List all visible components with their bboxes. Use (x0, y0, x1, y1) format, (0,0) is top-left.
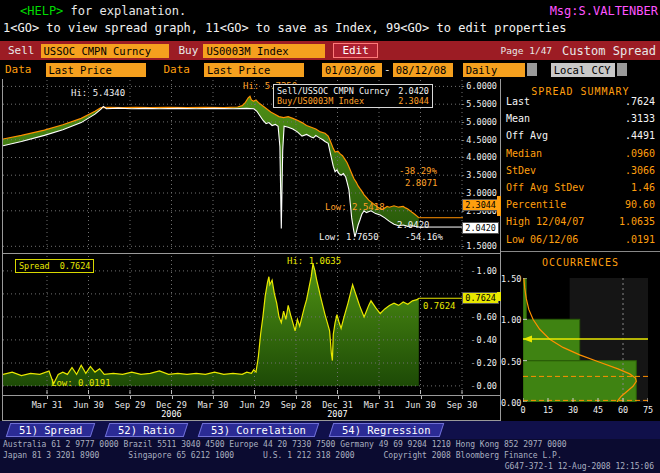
footer: Australia 61 2 9777 0000 Brazil 5511 304… (0, 439, 660, 473)
y-tick-label: 4.5000 (460, 135, 497, 145)
summary-row: Percentile90.60 (506, 196, 655, 213)
date-separator: - (384, 63, 391, 76)
currency-dropdown-button[interactable] (617, 63, 627, 76)
occurrences-y-tick-label: 1.00 (501, 315, 521, 325)
tab-regression[interactable]: 54) Regression (329, 423, 444, 437)
tab-label: 53) Correlation (211, 424, 306, 436)
spread-low-label: Low: 0.0191 (51, 378, 111, 388)
y-tick-label: 3.5000 (460, 170, 497, 180)
chart-separator-line (2, 253, 500, 254)
bloomberg-terminal: <HELP> for explanation.Msg:S.VALTENBER 1… (0, 0, 660, 473)
year-label: 2007 (316, 409, 360, 419)
x-tick (47, 396, 48, 399)
y-tick-label: 1.5000 (460, 241, 497, 251)
x-tick (89, 396, 90, 399)
tab-correlation[interactable]: 53) Correlation (198, 423, 319, 437)
security-toolbar: Sell USSOC CMPN Curncy Buy US0003M Index… (0, 41, 660, 60)
data-field-1[interactable]: Last Price (46, 63, 146, 77)
summary-row-value: 1.0635 (619, 213, 655, 230)
tab-label: 52) Ratio (118, 424, 175, 436)
x-tick-label: Jun 30 (67, 400, 111, 410)
buy-low-label: Low: 2.5418 (325, 202, 385, 212)
buy-change-percent-label: -38.29% (399, 166, 437, 176)
occurrences-chart[interactable] (523, 278, 648, 402)
header-line-1: <HELP> for explanation.Msg:S.VALTENBER (0, 4, 660, 18)
summary-row-label: Mean (506, 110, 530, 127)
x-tick-label: Jun 30 (399, 400, 443, 410)
data-label-1: Data (5, 63, 32, 76)
help-hint[interactable]: <HELP> (20, 4, 63, 18)
y-tick-label: 3.0000 (460, 188, 497, 198)
data-field-2[interactable]: Last Price (204, 63, 304, 77)
footer-line-2: Japan 81 3 3201 8900 Singapore 65 6212 1… (0, 450, 660, 461)
spread-last-label: 0.7624 (423, 301, 456, 311)
last-value-badge: 2.0420 (462, 222, 499, 234)
summary-row-value: 90.60 (625, 196, 655, 213)
chart-area: Hi: 5.4340 Hi: 5.7250 Sell/USSOC CMPN Cu… (0, 79, 660, 420)
help-hint-rest: for explanation. (63, 4, 186, 18)
occurrences-x-tick-label: 30 (565, 405, 581, 415)
summary-row-label: Off Avg StDev (506, 179, 584, 196)
last-value-badge: 2.3044 (462, 199, 499, 211)
sell-low-label: Low: 1.7650 (319, 232, 379, 242)
summary-row-value: .3066 (625, 162, 655, 179)
x-tick (338, 396, 339, 399)
sell-label: Sell (8, 44, 35, 57)
tab-ratio[interactable]: 52) Ratio (105, 423, 188, 437)
sell-change-percent-label: -54.16% (405, 232, 443, 242)
summary-row: Low 06/12/06.0191 (506, 231, 655, 248)
date-from-field[interactable]: 01/03/06 (322, 63, 382, 77)
tab-spread[interactable]: 51) Spread (6, 423, 96, 437)
sell-security-field[interactable]: USSOC CMPN Curncy (41, 44, 169, 58)
spread-last-badge: 0.7624 (462, 292, 499, 304)
year-label: 2006 (150, 409, 194, 419)
y-tick-label: 0.40 (470, 335, 497, 345)
x-tick (296, 396, 297, 399)
summary-row-label: Low 06/12/06 (506, 231, 578, 248)
occurrences-x-tick-label: 0 (515, 405, 531, 415)
x-tick-label: Sep 28 (274, 400, 318, 410)
data-label-2: Data (164, 63, 191, 76)
x-tick (213, 396, 214, 399)
summary-row: Mean.3133 (506, 110, 655, 127)
x-tick-label: Sep 29 (108, 400, 152, 410)
buy-label: Buy (179, 44, 199, 57)
buy-security-field[interactable]: US0003M Index (203, 44, 325, 58)
summary-row: Last.7624 (506, 93, 655, 110)
x-tick (462, 396, 463, 399)
summary-row-label: StDev (506, 162, 536, 179)
sell-value-label: 2.0420 (397, 220, 430, 230)
spread-chart[interactable]: Spread 0.7624 Hi: 1.0635 Low: 0.0191 0.7… (3, 256, 463, 394)
occurrences-scroll-marker[interactable] (497, 292, 501, 301)
y-tick-label: 0.60 (470, 312, 497, 322)
spread-chart-legend: Spread 0.7624 (15, 259, 94, 273)
legend-spread-value: 0.7624 (60, 261, 91, 271)
y-tick-label: 6.0000 (460, 81, 497, 91)
occurrences-title: OCCURRENCES (501, 257, 660, 268)
date-to-field[interactable]: 08/12/08 (393, 63, 453, 77)
period-field[interactable]: Daily (463, 63, 525, 77)
x-tick-label: Mar 31 (357, 400, 401, 410)
summary-scroll-marker[interactable] (497, 196, 501, 216)
summary-row-label: Last (506, 93, 530, 110)
summary-row: High 12/04/071.0635 (506, 213, 655, 230)
period-dropdown-button[interactable] (527, 63, 537, 76)
footer-line-1: Australia 61 2 9777 0000 Brazil 5511 304… (0, 439, 660, 450)
summary-row-label: Off Avg (506, 127, 548, 144)
panel-separator-line (501, 251, 660, 252)
x-tick-label: Mar 31 (25, 400, 69, 410)
x-tick (421, 396, 422, 399)
edit-button[interactable]: Edit (333, 43, 378, 58)
currency-field[interactable]: Local CCY (551, 63, 615, 77)
legend-sell-value: 2.0420 (398, 86, 429, 96)
x-tick (172, 396, 173, 399)
time-axis: Mar 31Jun 30Sep 29Dec 29Mar 30Jun 29Sep … (2, 395, 501, 421)
x-tick-label: Sep 30 (440, 400, 484, 410)
x-tick (130, 396, 131, 399)
price-chart[interactable]: Hi: 5.4340 Hi: 5.7250 Sell/USSOC CMPN Cu… (3, 80, 463, 252)
message-indicator[interactable]: Msg:S.VALTENBER (550, 4, 658, 18)
data-toolbar: Data Last Price Data Last Price 01/03/06… (0, 61, 660, 78)
occurrences-y-tick-label: 0.50 (501, 357, 521, 367)
spread-chart-axis: 1.000.600.400.200.000.7624 (463, 256, 500, 394)
x-tick-label: Mar 30 (191, 400, 235, 410)
